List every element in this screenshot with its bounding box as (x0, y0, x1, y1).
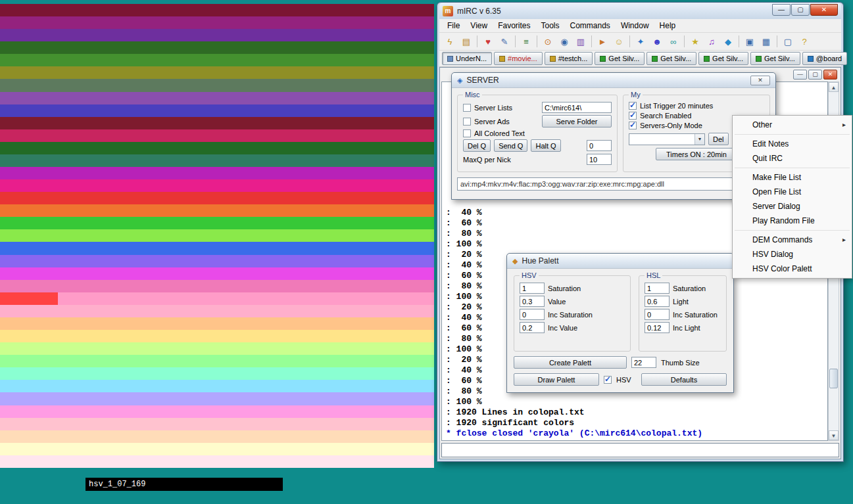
menu-window[interactable]: Window (616, 20, 654, 32)
maximize-button[interactable]: ▢ (791, 4, 810, 16)
hsl-light-input[interactable] (645, 296, 670, 307)
menu-item-other[interactable]: Other▸ (733, 118, 852, 132)
hsv-value-input[interactable] (520, 296, 545, 307)
menu-item-make-file-list[interactable]: Make File List (733, 170, 852, 185)
halt-q-button[interactable]: Halt Q (531, 139, 560, 152)
switchbar-get-silv[interactable]: Get Silv... (698, 52, 748, 65)
switchbar-get-silv[interactable]: Get Silv... (646, 52, 696, 65)
switchbar-testch[interactable]: #testch... (545, 52, 593, 65)
playback-icon[interactable]: ♫ (704, 34, 719, 49)
hsl-inc-light-input[interactable] (645, 322, 670, 333)
users-icon[interactable]: ☻ (649, 34, 665, 49)
options-icon[interactable]: ▤ (458, 34, 474, 49)
menu-item-hsv-dialog[interactable]: HSV Dialog (733, 247, 852, 262)
server-lists-checkbox[interactable] (463, 104, 471, 112)
hsl-saturation-input[interactable] (645, 283, 670, 294)
toolbar-separator (537, 35, 537, 47)
server-dialog-titlebar[interactable]: ◈ SERVER ✕ (452, 73, 775, 88)
thumb-size-input[interactable] (631, 357, 656, 368)
menu-favorites[interactable]: Favorites (493, 20, 535, 32)
chevron-down-icon[interactable]: ▾ (695, 134, 704, 145)
defaults-button[interactable]: Defaults (641, 373, 727, 386)
create-palett-button[interactable]: Create Palett (514, 356, 627, 369)
dcc-send-icon[interactable]: ► (595, 34, 610, 49)
send-q-button[interactable]: Send Q (494, 139, 527, 152)
hsv-checkbox[interactable] (604, 376, 612, 384)
control-icon[interactable]: ◆ (720, 34, 736, 49)
cascade-icon[interactable]: ▣ (742, 34, 758, 49)
menu-item-quit-irc[interactable]: Quit IRC (733, 151, 852, 166)
hsv-inc-saturation-input[interactable] (520, 309, 545, 320)
menu-item-dem-commands[interactable]: DEM Commands▸ (733, 233, 852, 247)
switchbar-get-silv[interactable]: Get Silv... (750, 52, 800, 65)
notes-icon[interactable]: ✎ (497, 34, 512, 49)
del-button[interactable]: Del (708, 133, 729, 145)
channel-restore-button[interactable]: ▢ (808, 70, 822, 80)
server-dialog-close-button[interactable]: ✕ (750, 76, 770, 85)
hsl-group: HSL SaturationLightInc SaturationInc Lig… (639, 271, 727, 352)
server-dialog-body: Misc Server Lists Server Ads Serve Folde… (452, 88, 775, 193)
connect-icon[interactable]: ϟ (442, 34, 458, 49)
chat-line: : 100 % (446, 397, 702, 407)
servers-only-mode-checkbox[interactable] (629, 122, 637, 129)
menu-item-open-file-list[interactable]: Open File List (733, 185, 852, 199)
hue-dialog-titlebar[interactable]: ◆ Hue Palett (507, 254, 733, 269)
hsv-inc-value-input[interactable] (520, 322, 545, 333)
finger-icon[interactable]: ✦ (633, 34, 648, 49)
favorites-icon[interactable]: ♥ (480, 34, 496, 49)
menu-tools[interactable]: Tools (536, 20, 565, 32)
menu-item-hsv-color-palett[interactable]: HSV Color Palett (733, 262, 852, 276)
channel-close-button[interactable]: ✕ (823, 70, 837, 80)
timers-button[interactable]: Timers ON : 20min (656, 148, 737, 160)
my-group-label: My (629, 91, 643, 99)
folder-path-input[interactable] (542, 102, 612, 113)
channel-minimize-button[interactable]: — (793, 70, 807, 80)
message-input[interactable] (441, 443, 839, 457)
switchbar-undern[interactable]: UnderN... (442, 52, 492, 65)
menu-bar: FileViewFavoritesToolsCommandsWindowHelp (439, 19, 841, 33)
palette-stripe (0, 117, 434, 129)
list-trigger-20-minutes-checkbox[interactable] (629, 102, 637, 110)
help-icon[interactable]: ? (796, 34, 812, 49)
serve-folder-button[interactable]: Serve Folder (542, 115, 612, 127)
draw-palett-button[interactable]: Draw Palett (514, 373, 599, 386)
tile-icon[interactable]: ▦ (758, 34, 774, 49)
filetypes-input[interactable] (457, 177, 770, 191)
server-ads-checkbox[interactable] (463, 118, 471, 126)
url-list-icon[interactable]: ∞ (666, 34, 681, 49)
switchbar-label: Get Silv... (608, 55, 639, 62)
queue-count-input[interactable] (587, 140, 612, 151)
menu-view[interactable]: View (465, 20, 493, 32)
menu-commands[interactable]: Commands (565, 20, 616, 32)
all-colored-text-checkbox[interactable] (463, 129, 471, 137)
clock-icon[interactable]: ◉ (556, 34, 572, 49)
books-icon[interactable]: ▥ (573, 34, 589, 49)
menu-item-server-dialog[interactable]: Server Dialog (733, 199, 852, 214)
menu-help[interactable]: Help (654, 20, 681, 32)
notify-icon[interactable]: ★ (687, 34, 703, 49)
scroll-down-icon[interactable]: ▼ (829, 430, 839, 440)
palette-stripe (0, 242, 434, 254)
hsv-saturation-input[interactable] (520, 283, 545, 294)
minimize-button[interactable]: — (772, 4, 791, 16)
search-enabled-checkbox[interactable] (629, 112, 637, 120)
scroll-up-icon[interactable]: ▲ (829, 82, 839, 92)
servers-only-mode-label: Servers-Only Mode (640, 122, 702, 129)
switchbar-movie[interactable]: #movie... (494, 52, 543, 65)
scroll-thumb[interactable] (829, 369, 838, 388)
menu-item-edit-notes[interactable]: Edit Notes (733, 137, 852, 151)
timer-icon[interactable]: ⊙ (540, 34, 556, 49)
titlebar[interactable]: m mIRC v 6.35 — ▢ ✕ (439, 3, 841, 19)
maxq-input[interactable] (587, 154, 612, 165)
queue-select[interactable]: ▾ (629, 133, 705, 145)
close-button[interactable]: ✕ (810, 4, 838, 16)
del-q-button[interactable]: Del Q (463, 139, 491, 152)
arrange-icon[interactable]: ▢ (780, 34, 796, 49)
channels-list-icon[interactable]: ≡ (518, 34, 534, 49)
dcc-chat-icon[interactable]: ☺ (611, 34, 627, 49)
hsl-inc-saturation-input[interactable] (645, 309, 670, 320)
switchbar-get-silv[interactable]: Get Silv... (595, 52, 645, 65)
menu-file[interactable]: File (442, 20, 465, 32)
menu-item-play-random-file[interactable]: Play Random File (733, 214, 852, 228)
switchbar-board[interactable]: @board (802, 52, 847, 65)
